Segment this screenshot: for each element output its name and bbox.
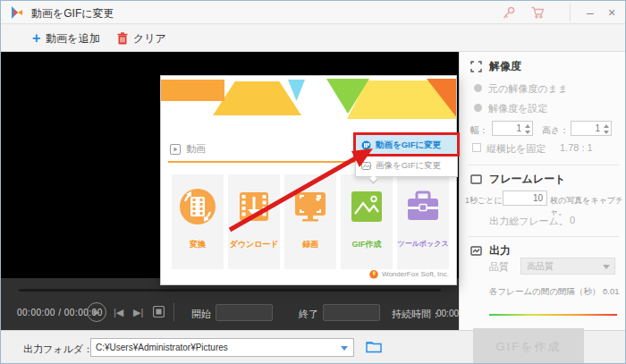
output-title: 出力 xyxy=(489,243,511,258)
video-section-label: 動画 xyxy=(186,142,206,156)
next-frame-button[interactable]: ▶| xyxy=(133,307,143,318)
menu-item-image-to-gif[interactable]: 画像をGIFに変更 xyxy=(356,156,457,176)
height-label: 高さ： xyxy=(542,124,569,137)
framerate-title: フレームレート xyxy=(489,172,565,187)
duration-label: 持続時間： xyxy=(392,308,441,321)
quality-label: 品質 xyxy=(489,260,509,274)
tile-download-label: ダウンロード xyxy=(229,239,278,250)
output-folder-combo[interactable]: C:¥Users¥Administrator¥Pictures xyxy=(90,338,354,357)
video-to-gif-icon xyxy=(361,140,371,150)
output-section-header: 出力 xyxy=(470,243,511,258)
video-section-row: 動画 xyxy=(170,142,206,156)
banner-shape xyxy=(213,81,301,115)
output-folder-value: C:¥Users¥Administrator¥Pictures xyxy=(96,343,228,352)
banner-graphic xyxy=(161,76,456,119)
radio-set-resolution[interactable] xyxy=(474,104,482,112)
gif-menu: 動画をGIFに変更 画像をGIFに変更 xyxy=(355,134,458,177)
titlebar-separator xyxy=(570,4,571,21)
window-title: 動画をGIFに変更 xyxy=(31,6,114,21)
aspect-ratio-label[interactable]: 縦横比を固定 xyxy=(486,142,546,156)
total-frames-label: 出力総フレーム。 xyxy=(489,215,569,228)
download-icon xyxy=(234,187,274,226)
wonderfox-logo-icon xyxy=(369,269,378,279)
register-key-icon[interactable] xyxy=(502,5,516,20)
width-spin-up-icon[interactable] xyxy=(525,124,530,128)
gif-maker-icon xyxy=(347,187,386,226)
product-tiles: 変換 ダウンロード xyxy=(172,174,449,269)
caret-down-icon xyxy=(603,265,610,269)
add-video-label: 動画を追加 xyxy=(46,31,99,47)
total-frames-value: 0 xyxy=(570,215,575,225)
video-section-icon xyxy=(170,144,181,155)
menu-item-video-to-gif[interactable]: 動画をGIFに変更 xyxy=(356,135,457,156)
interval-value: 0.01 xyxy=(603,286,620,296)
shop-cart-icon[interactable] xyxy=(530,5,545,20)
output-folder-label: 出力フォルダ： xyxy=(23,343,93,356)
launcher-popup: 動画 変換 xyxy=(160,75,457,285)
radio-original-label[interactable]: 元の解像度のまま xyxy=(488,82,568,96)
controls-separator xyxy=(173,303,174,321)
framerate-section-header: フレームレート xyxy=(470,172,565,187)
brand-label: WonderFox Soft, Inc. xyxy=(382,270,449,278)
menu-item-label: 画像をGIFに変更 xyxy=(376,160,441,172)
section-divider xyxy=(469,165,619,165)
section-divider xyxy=(469,236,619,237)
clear-button[interactable]: クリア xyxy=(117,25,166,52)
capture-prefix: 1秒ごとに xyxy=(465,195,503,207)
minimize-button[interactable]: – xyxy=(580,3,600,22)
play-button[interactable]: ▶ xyxy=(87,302,106,322)
end-time-input[interactable] xyxy=(323,304,380,321)
titlebar: 動画をGIFに変更 – × xyxy=(1,1,625,24)
app-logo-icon xyxy=(10,5,24,20)
browse-folder-icon[interactable] xyxy=(366,340,382,353)
add-video-button[interactable]: + 動画を追加 xyxy=(32,25,100,52)
start-label: 開始 xyxy=(191,308,211,321)
seek-slider[interactable] xyxy=(19,289,441,292)
banner-shape xyxy=(288,80,305,101)
close-button[interactable]: × xyxy=(602,3,622,22)
caret-down-icon xyxy=(341,346,348,351)
height-spin-down-icon[interactable] xyxy=(604,131,609,134)
tile-record[interactable]: 録画 xyxy=(284,174,336,269)
tile-gif-maker-label: GIF作成 xyxy=(352,239,382,250)
width-label: 幅： xyxy=(470,124,488,137)
quality-value: 高品質 xyxy=(527,261,554,271)
radio-custom-label[interactable]: 解像度を設定 xyxy=(488,102,547,115)
image-to-gif-icon xyxy=(361,161,371,171)
record-icon xyxy=(291,187,330,226)
aspect-ratio-value: 1.78 : 1 xyxy=(560,142,593,153)
snapshot-icon[interactable] xyxy=(153,306,165,317)
plus-icon: + xyxy=(32,30,40,47)
resolution-icon xyxy=(470,61,482,72)
clear-label: クリア xyxy=(133,31,166,47)
tile-toolbox[interactable]: ツールボックス xyxy=(397,174,449,269)
tile-toolbox-label: ツールボックス xyxy=(397,239,448,249)
settings-panel: 解像度 元の解像度のまま 解像度を設定 幅： 高さ： 縦横比を固定 1.78 :… xyxy=(459,52,626,330)
end-label: 終了 xyxy=(299,308,318,321)
tile-download[interactable]: ダウンロード xyxy=(228,174,280,269)
tile-convert-label: 変換 xyxy=(190,239,206,250)
output-icon xyxy=(470,245,482,257)
menu-item-label: 動画をGIFに変更 xyxy=(376,140,441,151)
brand-row: WonderFox Soft, Inc. xyxy=(369,269,449,279)
fps-input[interactable] xyxy=(503,190,547,206)
convert-icon xyxy=(178,187,217,226)
width-spin-down-icon[interactable] xyxy=(525,131,530,134)
resolution-section-header: 解像度 xyxy=(470,59,521,74)
tile-record-label: 録画 xyxy=(302,239,318,250)
tile-convert[interactable]: 変換 xyxy=(172,174,224,269)
start-time-input[interactable] xyxy=(216,304,273,321)
player-controls: 00:00:00 / 00:00:00 ▶ |◀ ▶| 開始 終了 持続時間： … xyxy=(1,278,459,330)
tile-gif-maker[interactable]: GIF作成 xyxy=(341,174,393,269)
framerate-icon xyxy=(470,174,482,185)
height-spin-up-icon[interactable] xyxy=(604,124,609,128)
quality-select[interactable]: 高品質 xyxy=(520,258,615,275)
interval-label: 各フレームの間の間隔（秒）： xyxy=(489,286,609,298)
quality-gradient xyxy=(489,314,617,316)
aspect-ratio-checkbox[interactable] xyxy=(472,143,481,152)
toolbar: + 動画を追加 クリア xyxy=(1,25,625,52)
prev-frame-button[interactable]: |◀ xyxy=(114,307,123,318)
radio-original-resolution[interactable] xyxy=(474,84,482,92)
app-window: 動画をGIFに変更 – × + 動画を追加 クリア xyxy=(0,0,626,364)
create-gif-button[interactable]: GIFを作成 xyxy=(473,328,584,364)
